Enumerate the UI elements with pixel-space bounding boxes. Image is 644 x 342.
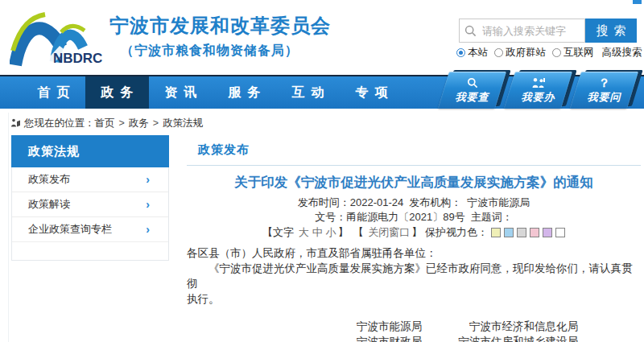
breadcrumb-link-government[interactable]: 政务 bbox=[129, 117, 149, 130]
site-logo[interactable]: NBDRC bbox=[10, 4, 106, 68]
content-left-border bbox=[8, 113, 9, 342]
eye-protect-label: 保护视力色： bbox=[425, 226, 488, 238]
nav-item-news[interactable]: 资讯 bbox=[149, 76, 213, 109]
chevron-right-icon: › bbox=[146, 174, 150, 185]
eye-protect-swatch-blue[interactable] bbox=[504, 228, 514, 237]
eye-protect-swatch-yellow[interactable] bbox=[491, 228, 501, 237]
radio-internet-label[interactable]: 互联网 bbox=[564, 46, 594, 60]
signature-org: 宁波市经济和信息化局 bbox=[449, 319, 578, 335]
breadcrumb: 您现在的位置： 首页 > 政务 > 政策法规 bbox=[10, 113, 203, 133]
radio-gov-sites-label[interactable]: 政府群站 bbox=[506, 46, 546, 60]
doc-number-value: 甬能源电力〔2021〕89号 bbox=[346, 211, 464, 223]
article-toolbar: 【文字 大中小】【 关闭窗口】 保护视力色： bbox=[187, 225, 641, 240]
main-content: 政策发布 关于印发《宁波市促进光伏产业高质量发展实施方案》的通知 发布时间：20… bbox=[187, 135, 641, 342]
section-divider bbox=[187, 165, 641, 166]
font-size-bracket-open: 【文字 bbox=[262, 226, 294, 238]
search-icon bbox=[467, 76, 478, 89]
font-size-bracket-close: 】 bbox=[338, 226, 349, 238]
nav-item-interaction[interactable]: 互动 bbox=[276, 76, 340, 109]
quick-button-label: 我要问 bbox=[588, 90, 621, 105]
signature-org: 宁波市住房和城乡建设局 bbox=[449, 335, 578, 342]
signature-block: 宁波市能源局 宁波市经济和信息化局 宁波市财政局 宁波市住房和城乡建设局 宁波市… bbox=[187, 319, 641, 342]
sidebar-item-policy-release[interactable]: 政策发布 › bbox=[12, 167, 168, 192]
breadcrumb-separator: > bbox=[153, 117, 159, 129]
corner-decoration bbox=[633, 0, 642, 4]
sidebar-item-label: 政策解读 bbox=[28, 197, 70, 212]
keywords-label: 主题词： bbox=[471, 211, 513, 223]
publish-org-label: 发布机构： bbox=[409, 196, 461, 208]
search-box bbox=[459, 19, 585, 43]
chevron-right-icon: › bbox=[146, 224, 150, 235]
signature-org: 宁波市财政局 bbox=[341, 335, 422, 342]
advanced-search-link[interactable]: 高级搜索 bbox=[602, 46, 642, 60]
sidebar-item-label: 企业政策查询专栏 bbox=[28, 222, 112, 237]
close-window-bracket-close: 】 bbox=[411, 226, 422, 238]
chevron-right-icon: › bbox=[146, 199, 150, 210]
sidebar-item-label: 政策发布 bbox=[28, 172, 70, 187]
article-title: 关于印发《宁波市促进光伏产业高质量发展实施方案》的通知 bbox=[187, 173, 641, 191]
quick-button-i-want-to-search[interactable]: 我要查 bbox=[438, 72, 506, 109]
article-meta-line-2: 文号：甬能源电力〔2021〕89号主题词： bbox=[187, 210, 641, 225]
publish-time-label: 发布时间： bbox=[298, 196, 350, 208]
search-icon bbox=[464, 25, 477, 37]
nav-item-government[interactable]: 政务 bbox=[85, 76, 149, 109]
breadcrumb-separator: > bbox=[119, 117, 125, 129]
article-meta-line-1: 发布时间：2022-01-24发布机构：宁波市能源局 bbox=[187, 196, 641, 210]
doc-number-label: 文号： bbox=[315, 211, 346, 223]
signature-org: 宁波市能源局 bbox=[341, 319, 422, 335]
radio-this-site-label[interactable]: 本站 bbox=[468, 46, 488, 60]
search-button[interactable]: 搜索 bbox=[585, 19, 637, 43]
search-scope-row: 本站 政府群站 互联网 高级搜索 bbox=[456, 46, 642, 59]
breadcrumb-prefix: 您现在的位置： bbox=[24, 117, 95, 130]
sidebar-item-enterprise-policy-query[interactable]: 企业政策查询专栏 › bbox=[12, 217, 168, 242]
radio-internet[interactable] bbox=[552, 48, 561, 57]
signature-line: 宁波市能源局 宁波市经济和信息化局 bbox=[187, 319, 578, 335]
publish-org-value: 宁波市能源局 bbox=[467, 196, 530, 208]
section-title: 政策发布 bbox=[187, 135, 641, 159]
publish-time-value: 2022-01-24 bbox=[350, 196, 404, 208]
radio-this-site[interactable] bbox=[456, 48, 465, 57]
font-size-small-link[interactable]: 小 bbox=[326, 226, 336, 238]
nav-item-service[interactable]: 服务 bbox=[213, 76, 276, 109]
article-paragraph: 《宁波市促进光伏产业高质量发展实施方案》已经市政府同意，现印发给你们，请认真贯彻 bbox=[187, 261, 641, 291]
people-icon bbox=[531, 76, 546, 89]
sidebar-title: 政策法规 bbox=[11, 135, 169, 167]
font-size-medium-link[interactable]: 中 bbox=[312, 226, 323, 238]
eye-protect-swatch-gray[interactable] bbox=[517, 228, 526, 237]
logo-text: NBDRC bbox=[53, 51, 102, 66]
breadcrumb-link-home[interactable]: 首页 bbox=[95, 117, 115, 130]
article-paragraph: 执行。 bbox=[187, 291, 641, 307]
radio-gov-sites[interactable] bbox=[494, 48, 503, 57]
close-window-bracket-open: 【 bbox=[353, 226, 364, 238]
eye-protect-swatch-white[interactable] bbox=[555, 228, 565, 237]
quick-button-label: 我要查 bbox=[456, 90, 489, 105]
eye-protect-swatch-purple[interactable] bbox=[543, 228, 552, 237]
question-icon: ？ bbox=[598, 76, 610, 89]
font-size-large-link[interactable]: 大 bbox=[299, 226, 309, 238]
quick-button-i-want-to-ask[interactable]: ？ 我要问 bbox=[570, 72, 638, 109]
signature-line: 宁波市财政局 宁波市住房和城乡建设局 bbox=[187, 335, 578, 342]
sidebar-policy-menu: 政策法规 政策发布 › 政策解读 › 企业政策查询专栏 › bbox=[11, 135, 169, 261]
article-body: 各区县（市）人民政府，市直及部省属驻甬各单位： 《宁波市促进光伏产业高质量发展实… bbox=[187, 245, 641, 307]
quick-buttons: 我要查 我要办 bbox=[444, 72, 633, 109]
breadcrumb-link-policy-regulations[interactable]: 政策法规 bbox=[163, 117, 203, 130]
eye-protect-swatch-pink[interactable] bbox=[530, 228, 539, 237]
site-title: 宁波市发展和改革委员会 bbox=[109, 13, 331, 39]
article-paragraph: 各区县（市）人民政府，市直及部省属驻甬各单位： bbox=[187, 245, 641, 261]
nav-item-home[interactable]: 首页 bbox=[22, 76, 85, 109]
nav-item-special[interactable]: 专项 bbox=[340, 76, 403, 109]
main-navbar: 首页 政务 资讯 服务 互动 专项 我要查 bbox=[0, 75, 644, 109]
quick-button-label: 我要办 bbox=[522, 90, 555, 105]
close-window-link[interactable]: 关闭窗口 bbox=[368, 226, 410, 238]
location-icon bbox=[10, 118, 21, 128]
search-input[interactable] bbox=[481, 24, 580, 38]
quick-button-i-want-to-apply[interactable]: 我要办 bbox=[504, 72, 572, 109]
nbdrc-bridge-logo-icon: NBDRC bbox=[10, 4, 106, 68]
sidebar-item-policy-interpretation[interactable]: 政策解读 › bbox=[12, 192, 168, 217]
site-subtitle: （宁波市粮食和物资储备局） bbox=[121, 43, 299, 60]
